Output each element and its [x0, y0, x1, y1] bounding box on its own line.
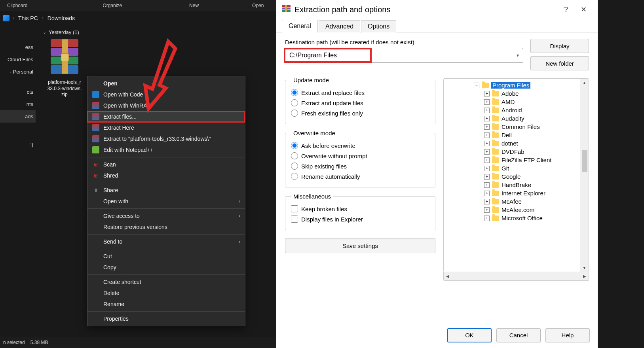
help-button[interactable]: ? — [557, 3, 575, 16]
breadcrumb-this-pc[interactable]: This PC — [14, 15, 42, 21]
tree-node[interactable]: +McAfee.com — [446, 206, 578, 214]
menu-item-copy[interactable]: Copy — [87, 262, 245, 273]
expand-icon[interactable]: + — [484, 124, 490, 130]
menu-item-give-access[interactable]: Give access to› — [87, 210, 245, 221]
expand-icon[interactable]: + — [484, 91, 490, 96]
ok-button[interactable]: OK — [447, 328, 492, 342]
nav-item[interactable]: nts — [0, 98, 36, 110]
expand-icon[interactable]: + — [484, 174, 490, 180]
nav-item[interactable]: :) — [0, 138, 36, 151]
cancel-button[interactable]: Cancel — [496, 328, 541, 342]
radio-fresh-existing[interactable]: Fresh existing files only — [291, 108, 429, 118]
radio-overwrite-without-prompt[interactable]: Overwrite without prompt — [291, 151, 429, 161]
menu-item-restore[interactable]: Restore previous versions — [87, 221, 245, 233]
expand-icon[interactable]: + — [484, 149, 490, 155]
tree-node[interactable]: +FileZilla FTP Client — [446, 156, 578, 164]
tab-advanced[interactable]: Advanced — [319, 20, 360, 32]
nav-item[interactable]: ess — [0, 41, 36, 53]
tree-node[interactable]: +Internet Explorer — [446, 189, 578, 197]
tree-node[interactable]: +McAfee — [446, 197, 578, 206]
tree-node[interactable]: +AMD — [446, 98, 578, 106]
scrollbar-thumb[interactable] — [582, 150, 587, 172]
tree-node[interactable]: +Audacity — [446, 114, 578, 123]
expand-icon[interactable]: + — [484, 216, 490, 221]
nav-item[interactable]: cts — [0, 86, 36, 98]
menu-item-edit-notepad[interactable]: Edit with Notepad++ — [87, 144, 245, 155]
destination-path-input[interactable] — [288, 49, 370, 61]
expand-icon[interactable]: + — [484, 182, 490, 188]
nav-item[interactable]: - Personal — [0, 66, 36, 78]
display-button[interactable]: Display — [530, 39, 589, 53]
expand-icon[interactable]: + — [484, 157, 490, 163]
close-button[interactable]: ✕ — [575, 3, 592, 16]
collapse-icon[interactable]: − — [474, 83, 479, 88]
radio-ask-overwrite[interactable]: Ask before overwrite — [291, 140, 429, 151]
status-selection: n selected — [3, 340, 25, 345]
expand-icon[interactable]: + — [484, 199, 490, 204]
expand-icon[interactable]: + — [484, 108, 490, 113]
tab-general[interactable]: General — [282, 20, 318, 32]
tree-node[interactable]: +dotnet — [446, 139, 578, 148]
menu-item-open-code[interactable]: Open with Code — [87, 89, 245, 100]
group-header-yesterday[interactable]: Yesterday (1) — [43, 29, 269, 35]
menu-item-extract-files[interactable]: Extract files... — [87, 111, 245, 122]
dialog-titlebar[interactable]: Extraction path and options ? ✕ — [276, 0, 598, 19]
expand-icon[interactable]: + — [484, 132, 490, 138]
check-keep-broken[interactable]: Keep broken files — [291, 204, 429, 214]
radio-extract-replace[interactable]: Extract and replace files — [291, 87, 429, 98]
menu-item-rename[interactable]: Rename — [87, 299, 245, 310]
help-button[interactable]: Help — [545, 328, 590, 342]
save-settings-button[interactable]: Save settings — [285, 238, 435, 253]
vertical-scrollbar[interactable]: ▲ ▼ — [580, 79, 589, 272]
scroll-up-icon[interactable]: ▲ — [580, 79, 589, 87]
tab-options[interactable]: Options — [361, 20, 396, 32]
address-bar[interactable]: › This PC › Downloads — [0, 11, 276, 25]
expand-icon[interactable]: + — [484, 207, 490, 213]
menu-item-open[interactable]: Open — [87, 78, 245, 89]
radio-skip-existing[interactable]: Skip existing files — [291, 161, 429, 171]
tree-node[interactable]: +Microsoft Office — [446, 214, 578, 222]
menu-item-delete[interactable]: Delete — [87, 287, 245, 299]
menu-item-properties[interactable]: Properties — [87, 313, 245, 324]
tree-node[interactable]: +Android — [446, 106, 578, 114]
navigation-pane[interactable]: ess Cloud Files - Personal cts nts ads :… — [0, 25, 36, 337]
expand-icon[interactable]: + — [484, 191, 490, 196]
menu-item-open-with[interactable]: Open with› — [87, 196, 245, 207]
menu-item-extract-here[interactable]: Extract Here — [87, 122, 245, 133]
expand-icon[interactable]: + — [484, 99, 490, 105]
menu-item-shred[interactable]: ⛨Shred — [87, 170, 245, 181]
destination-path-combobox[interactable]: ▾ — [285, 48, 523, 63]
menu-item-extract-to[interactable]: Extract to "platform-tools_r33.0.3-windo… — [87, 133, 245, 144]
tree-node[interactable]: +Git — [446, 164, 578, 172]
tree-node[interactable]: +Common Files — [446, 123, 578, 131]
menu-item-open-winrar[interactable]: Open with WinRAR — [87, 100, 245, 111]
tree-node[interactable]: +HandBrake — [446, 181, 578, 189]
scroll-down-icon[interactable]: ▼ — [580, 264, 589, 272]
expand-icon[interactable]: + — [484, 166, 490, 171]
folder-tree[interactable]: −Program Files+Adobe+AMD+Android+Audacit… — [443, 78, 589, 272]
expand-icon[interactable]: + — [484, 141, 490, 146]
radio-rename-auto[interactable]: Rename automatically — [291, 171, 429, 182]
menu-item-send-to[interactable]: Send to› — [87, 236, 245, 247]
radio-extract-update[interactable]: Extract and update files — [291, 98, 429, 108]
horizontal-scrollbar[interactable]: ◀ ▶ — [443, 272, 589, 281]
nav-item[interactable]: Cloud Files — [0, 53, 36, 66]
file-item-zip[interactable]: platform-tools_r 33.0.3-windows. zip — [43, 39, 86, 98]
menu-item-create-shortcut[interactable]: Create shortcut — [87, 276, 245, 287]
new-folder-button[interactable]: New folder — [530, 56, 589, 70]
tree-node-program-files[interactable]: −Program Files — [446, 81, 578, 89]
expand-icon[interactable]: + — [484, 116, 490, 121]
chevron-down-icon[interactable]: ▾ — [513, 53, 523, 58]
menu-item-share[interactable]: ⇪Share — [87, 185, 245, 196]
menu-item-cut[interactable]: Cut — [87, 251, 245, 262]
tree-node[interactable]: +Google — [446, 172, 578, 181]
nav-item-downloads[interactable]: ads — [0, 110, 36, 123]
check-display-explorer[interactable]: Display files in Explorer — [291, 214, 429, 224]
tree-node[interactable]: +DVDFab — [446, 148, 578, 156]
tree-node[interactable]: +Dell — [446, 131, 578, 139]
menu-item-scan[interactable]: ⛨Scan — [87, 159, 245, 170]
tree-node[interactable]: +Adobe — [446, 89, 578, 98]
scroll-right-icon[interactable]: ▶ — [581, 274, 589, 278]
scroll-left-icon[interactable]: ◀ — [444, 274, 452, 278]
breadcrumb-downloads[interactable]: Downloads — [44, 15, 79, 21]
